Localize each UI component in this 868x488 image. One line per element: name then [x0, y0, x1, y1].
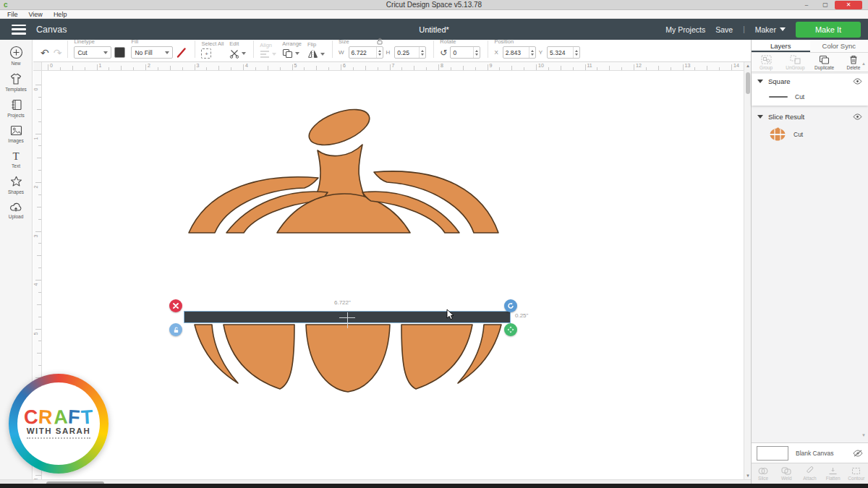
notebook-icon	[9, 98, 23, 111]
text-icon: T	[9, 150, 22, 162]
menu-bar: File View Help	[0, 10, 868, 19]
size-width-input[interactable]: 6.722	[349, 46, 383, 59]
tab-layers[interactable]: Layers	[752, 40, 810, 52]
blank-canvas-row[interactable]: Blank Canvas	[752, 442, 868, 463]
attach-button[interactable]: Attach	[798, 466, 821, 481]
linetype-dropdown[interactable]: Cut	[74, 46, 111, 59]
machine-selector[interactable]: Maker	[755, 25, 786, 34]
undo-button[interactable]: ↶	[41, 47, 49, 59]
stepper-icon[interactable]	[376, 47, 383, 58]
layer-square[interactable]: Square Cut	[752, 74, 868, 106]
bottom-strip	[0, 484, 868, 488]
window-title: Cricut Design Space v5.13.78	[0, 1, 868, 9]
pen-icon[interactable]	[176, 47, 187, 59]
maximize-button[interactable]: ▢	[816, 1, 835, 9]
contour-button[interactable]: Contour	[845, 467, 868, 481]
lock-handle[interactable]	[169, 323, 182, 336]
stepper-icon[interactable]	[419, 47, 425, 58]
collapse-caret-icon[interactable]	[757, 80, 763, 83]
position-group: Position X 2.843 Y 5.324	[494, 38, 580, 59]
blank-canvas-swatch[interactable]	[757, 446, 788, 461]
pumpkin-top-shape[interactable]	[184, 107, 503, 234]
craft-with-sarah-logo: CRAFT WITH SARAH	[9, 374, 109, 474]
position-x-input[interactable]: 2.843	[503, 46, 536, 59]
sidebar-item-text[interactable]: T Text	[0, 150, 33, 168]
sidebar-item-images[interactable]: Images	[0, 124, 33, 143]
edit-group: Edit	[229, 40, 246, 59]
visibility-eye-icon[interactable]	[853, 114, 862, 120]
vertical-scroll-thumb[interactable]	[746, 72, 750, 94]
stepper-icon[interactable]	[473, 47, 480, 58]
panel-scroll-down-icon[interactable]: ▼	[861, 433, 866, 437]
mouse-cursor	[446, 309, 456, 321]
edit-menu-button[interactable]	[229, 48, 246, 59]
select-all-button[interactable]: +	[201, 48, 211, 59]
visibility-eye-icon[interactable]	[853, 78, 862, 85]
line-thumbnail	[769, 96, 788, 98]
slice-button[interactable]: Slice	[752, 467, 775, 481]
trash-icon	[849, 55, 858, 64]
selected-rectangle[interactable]	[184, 311, 511, 323]
close-button[interactable]: ✕	[835, 1, 862, 9]
shapes-icon	[9, 175, 23, 188]
layer-square-cut-row[interactable]: Cut	[752, 88, 868, 106]
sidebar-item-upload[interactable]: Upload	[0, 201, 33, 219]
save-link[interactable]: Save	[715, 25, 733, 34]
sidebar-item-templates[interactable]: Templates	[0, 72, 33, 92]
stepper-icon[interactable]	[573, 47, 579, 58]
edit-toolbar: ↶ ↷ Linetype Cut Fill No Fill Select A	[33, 40, 751, 62]
group-button[interactable]: Group	[752, 55, 780, 70]
pumpkin-segment[interactable]	[306, 325, 390, 392]
nav-divider: |	[743, 25, 745, 33]
layer-slice-cut-row[interactable]: Cut	[752, 124, 868, 145]
weld-button[interactable]: Weld	[775, 467, 798, 481]
redo-button[interactable]: ↷	[54, 47, 62, 59]
pumpkin-bottom-shape[interactable]	[186, 323, 510, 395]
position-y-input[interactable]: 5.324	[547, 46, 580, 59]
visibility-off-icon[interactable]	[853, 450, 863, 457]
my-projects-link[interactable]: My Projects	[665, 25, 705, 34]
align-button[interactable]	[260, 50, 276, 59]
rotate-input[interactable]: 0	[450, 46, 480, 59]
top-nav: Canvas Untitled* My Projects Save | Make…	[0, 19, 868, 40]
tab-color-sync[interactable]: Color Sync	[810, 40, 868, 52]
sidebar-item-new[interactable]: New	[0, 46, 33, 66]
select-all-group: Select All +	[201, 40, 224, 59]
layer-slice-result[interactable]: Slice Result Cut	[752, 109, 868, 145]
arrange-button[interactable]	[282, 48, 302, 59]
flip-button[interactable]	[307, 49, 325, 59]
os-titlebar: c Cricut Design Space v5.13.78 – ▢ ✕	[0, 0, 868, 10]
fill-dropdown[interactable]: No Fill	[131, 46, 173, 59]
size-height-input[interactable]: 0.25	[394, 46, 426, 59]
selection-height-label: 0.25"	[515, 312, 528, 319]
collapse-caret-icon[interactable]	[757, 115, 763, 119]
menu-help[interactable]: Help	[54, 11, 67, 18]
rotate-icon	[507, 302, 514, 309]
sidebar-item-projects[interactable]: Projects	[0, 98, 33, 118]
svg-text:T: T	[12, 150, 19, 162]
pumpkin-thumbnail	[769, 127, 786, 142]
ungroup-button[interactable]: UnGroup	[780, 55, 809, 70]
chevron-down-icon	[272, 53, 276, 56]
rotate-icon: ↺	[440, 48, 447, 58]
make-it-button[interactable]: Make It	[796, 22, 861, 38]
chevron-down-icon	[295, 52, 299, 55]
panel-scroll-up-icon[interactable]: ▲	[861, 61, 866, 66]
stepper-icon[interactable]	[529, 47, 535, 58]
flatten-button[interactable]: Flatten	[822, 467, 845, 481]
arrange-group: Arrange	[282, 40, 302, 59]
menu-view[interactable]: View	[29, 11, 43, 18]
sidebar-item-shapes[interactable]: Shapes	[0, 175, 33, 194]
pumpkin-stem-cap[interactable]	[305, 107, 374, 152]
menu-file[interactable]: File	[7, 11, 18, 18]
vertical-scrollbar[interactable]: ▲ ▼	[744, 62, 751, 479]
minimize-button[interactable]: –	[797, 1, 816, 9]
lock-icon[interactable]	[376, 38, 383, 45]
tshirt-icon	[9, 72, 23, 85]
resize-handle[interactable]	[504, 323, 517, 336]
rotate-handle[interactable]	[504, 299, 517, 312]
linetype-color-swatch[interactable]	[114, 47, 125, 58]
delete-handle[interactable]	[169, 299, 182, 312]
duplicate-button[interactable]: Duplicate	[810, 55, 839, 70]
chevron-down-icon	[320, 53, 325, 56]
